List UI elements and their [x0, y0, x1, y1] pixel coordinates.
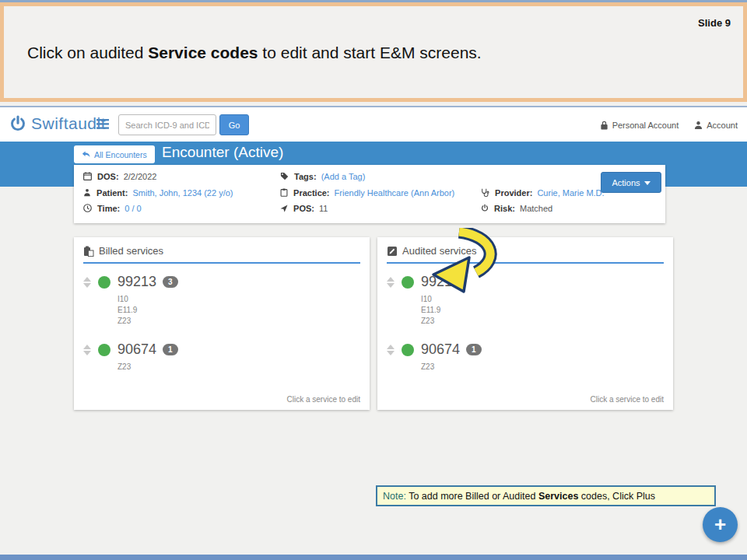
encounter-risk: Risk: Matched [481, 204, 552, 213]
clipboard-icon [280, 188, 288, 197]
actions-button[interactable]: Actions [601, 172, 661, 193]
hamburger-menu-icon[interactable] [96, 119, 109, 129]
sort-handle-icon[interactable] [385, 345, 395, 355]
dx-code: E11.9 [421, 305, 673, 316]
risk-power-icon [481, 204, 489, 212]
paste-icon [83, 246, 94, 257]
account-menu[interactable]: Account [694, 121, 738, 130]
note-text-before: To add more Billed or Audited [406, 491, 538, 502]
encounter-provider: Provider: Curie, Marie M.D. [481, 188, 605, 198]
clock-icon [83, 204, 92, 212]
all-encounters-button[interactable]: All Encounters [74, 145, 155, 163]
practice-link[interactable]: Friendly Healthcare (Ann Arbor) [335, 188, 455, 198]
location-arrow-icon [280, 205, 288, 212]
add-tag-link[interactable]: (Add a Tag) [321, 172, 366, 181]
dx-code: E11.9 [117, 305, 370, 316]
note-label: Note: [383, 491, 406, 502]
app-header: Swiftaudit Go Personal Account Ac [0, 106, 747, 142]
slide-number: Slide 9 [698, 17, 731, 29]
header-right: Personal Account Account [600, 107, 738, 143]
dx-code: I10 [117, 294, 370, 305]
dos-label: DOS: [97, 172, 119, 181]
search-go-button[interactable]: Go [219, 114, 249, 135]
add-service-plus-button[interactable]: + [703, 507, 738, 542]
audited-service-row[interactable]: 99213 [385, 274, 673, 290]
instruction-banner: Slide 9 Click on audited Service codes t… [0, 2, 747, 102]
billed-service-row[interactable]: 90674 1 [82, 341, 370, 358]
audited-services-header: Audited services [387, 245, 664, 264]
instruction-bold: Service codes [148, 44, 258, 61]
service-code[interactable]: 90674 [421, 341, 460, 358]
encounter-practice: Practice: Friendly Healthcare (Ann Arbor… [280, 188, 454, 198]
power-logo-icon [9, 115, 26, 132]
note-bold: Services [538, 491, 578, 502]
risk-value: Matched [520, 204, 552, 213]
audited-services-card: Audited services 99213 I10 E11.9 Z23 906… [377, 237, 673, 410]
service-code[interactable]: 90674 [117, 341, 156, 358]
audited-service-row[interactable]: 90674 1 [385, 341, 673, 358]
encounter-pos: POS: 11 [280, 204, 328, 213]
provider-label: Provider: [495, 188, 532, 198]
note-annotation: Note: To add more Billed or Audited Serv… [376, 485, 716, 506]
tags-label: Tags: [294, 172, 317, 181]
callout-arrow-annotation [420, 228, 514, 302]
dx-code: Z23 [421, 362, 673, 373]
instruction-suffix: to edit and start E&M screens. [258, 44, 482, 61]
billed-service-row[interactable]: 99213 3 [82, 274, 370, 290]
audited-footer-hint: Click a service to edit [591, 395, 664, 404]
personal-account-label: Personal Account [612, 121, 679, 130]
edit-icon [387, 246, 398, 257]
billed-services-header: Billed services [83, 245, 360, 264]
status-dot-green [402, 344, 414, 356]
brand-logo[interactable]: Swiftaudit [9, 114, 106, 133]
sort-handle-icon[interactable] [82, 345, 92, 355]
instruction-prefix: Click on audited [27, 44, 148, 61]
dos-value: 2/2/2022 [124, 172, 157, 181]
time-link[interactable]: 0 / 0 [124, 204, 141, 213]
sort-handle-icon[interactable] [82, 277, 92, 288]
risk-label: Risk: [494, 204, 515, 213]
dx-code: I10 [421, 294, 673, 305]
actions-label: Actions [612, 178, 640, 187]
patient-label: Patient: [96, 188, 128, 198]
billed-services-title: Billed services [99, 245, 163, 257]
status-dot-green [402, 276, 414, 289]
slide-canvas: Slide 9 Click on audited Service codes t… [0, 0, 747, 560]
sort-handle-icon[interactable] [385, 277, 395, 288]
dx-code-list: I10 E11.9 Z23 [421, 294, 673, 327]
status-dot-green [98, 276, 110, 289]
dx-code-list: Z23 [117, 362, 370, 373]
dx-code: Z23 [421, 316, 673, 327]
encounter-title: Encounter (Active) [162, 144, 283, 161]
patient-icon [83, 188, 91, 197]
reply-arrow-icon [82, 151, 90, 158]
dx-count-badge: 1 [466, 344, 482, 355]
dx-count-badge: 1 [163, 344, 178, 355]
dx-code-list: Z23 [421, 362, 673, 373]
audited-services-title: Audited services [402, 245, 476, 257]
dx-code: Z23 [117, 316, 370, 327]
service-code[interactable]: 99213 [117, 274, 156, 290]
caret-down-icon [644, 181, 651, 185]
dx-count-badge: 3 [163, 276, 178, 288]
provider-link[interactable]: Curie, Marie M.D. [537, 188, 604, 198]
calendar-icon [83, 172, 92, 180]
encounter-patient: Patient: Smith, John, 1234 (22 y/o) [83, 188, 233, 198]
encounter-details-card: DOS: 2/2/2022 Tags: (Add a Tag) Actions … [74, 165, 665, 223]
lock-icon [600, 121, 608, 130]
pos-value: 11 [319, 204, 328, 213]
search-input[interactable] [118, 114, 216, 135]
status-dot-green [98, 344, 110, 356]
user-icon [694, 121, 703, 130]
service-code[interactable]: 99213 [421, 274, 460, 290]
patient-link[interactable]: Smith, John, 1234 (22 y/o) [132, 188, 233, 198]
instruction-text: Click on audited Service codes to edit a… [27, 44, 482, 62]
encounter-dos: DOS: 2/2/2022 [83, 172, 156, 181]
pos-label: POS: [293, 204, 314, 213]
slide-bottom-bar [0, 555, 747, 560]
time-label: Time: [97, 204, 120, 213]
account-label: Account [707, 121, 738, 130]
note-text-after: codes, Click Plus [578, 491, 655, 502]
personal-account-menu[interactable]: Personal Account [600, 121, 679, 130]
encounter-time: Time: 0 / 0 [83, 204, 142, 213]
